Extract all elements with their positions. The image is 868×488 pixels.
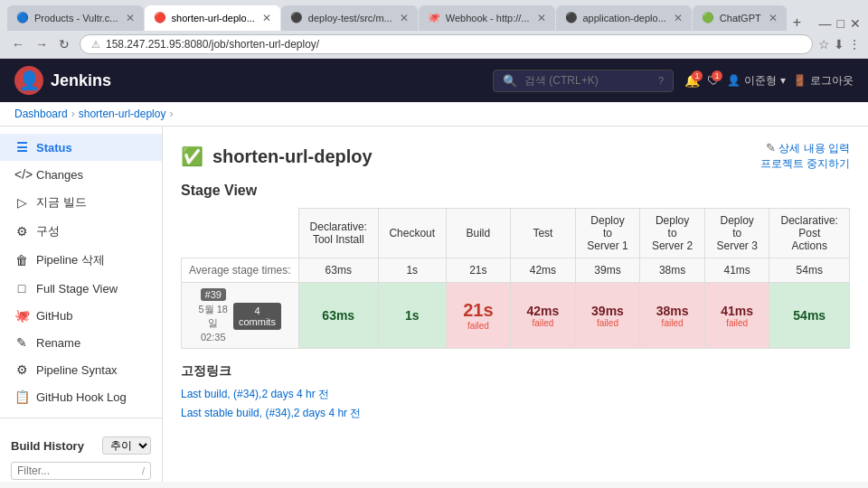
stage-cell-0-0[interactable]: 63ms xyxy=(298,283,378,349)
configure-icon: ⚙ xyxy=(14,224,29,239)
permalink-link-1[interactable]: Last stable build, (#34),2 days 4 hr 전 xyxy=(181,407,361,419)
tab-close-4[interactable]: ✕ xyxy=(537,12,546,24)
sidebar-item-configure[interactable]: ⚙ 구성 xyxy=(0,217,162,246)
breadcrumb-project[interactable]: shorten-url-deploy xyxy=(79,108,166,120)
forward-button[interactable]: → xyxy=(31,35,52,53)
browser-tabs: 🔵 Products - Vultr.c... ✕ 🔴 shorten-url-… xyxy=(0,0,868,31)
sidebar-label-configure: 구성 xyxy=(36,223,60,239)
detail-link[interactable]: 상세 내용 입력 xyxy=(778,142,850,155)
stage-cell-0-3[interactable]: 42ms failed xyxy=(511,283,576,349)
stage-view: Stage View Declarative:Tool Install Chec… xyxy=(181,183,850,349)
project-title: shorten-url-deploy xyxy=(212,146,373,167)
tab-close-5[interactable]: ✕ xyxy=(674,12,683,24)
tab-title-2: shorten-url-deplo... xyxy=(172,13,255,23)
permalink-link-0[interactable]: Last build, (#34),2 days 4 hr 전 xyxy=(181,388,329,400)
menu-button[interactable]: ⋮ xyxy=(848,37,861,52)
avg-label: Average stage times: xyxy=(182,258,299,283)
address-input[interactable]: ⚠ 158.247.251.95:8080/job/shorten-url-de… xyxy=(80,34,813,54)
back-button[interactable]: ← xyxy=(7,35,29,53)
download-button[interactable]: ⬇ xyxy=(834,37,844,52)
tab-4[interactable]: 🐙 Webhook - http://... ✕ xyxy=(419,5,555,31)
failed-label-0-3: failed xyxy=(518,318,568,328)
build-meta-0: #39 5월 18일 02:35 4commits xyxy=(182,283,299,349)
th-col-0: Declarative:Tool Install xyxy=(298,209,378,258)
tab-5[interactable]: ⚫ application-deplo... ✕ xyxy=(556,5,692,31)
tab-1[interactable]: 🔵 Products - Vultr.c... ✕ xyxy=(7,5,144,31)
reload-button[interactable]: ↻ xyxy=(54,35,74,53)
stage-cell-0-6[interactable]: 41ms failed xyxy=(704,283,769,349)
logout-button[interactable]: 🚪 로그아웃 xyxy=(793,73,854,89)
stage-cell-0-5[interactable]: 38ms failed xyxy=(640,283,705,349)
sidebar-item-delete[interactable]: 🗑 Pipeline 삭제 xyxy=(0,246,162,275)
commits-badge-0[interactable]: 4commits xyxy=(233,303,281,330)
sidebar-label-full-stage: Full Stage View xyxy=(36,282,118,296)
sidebar-item-pipeline-syntax[interactable]: ⚙ Pipeline Syntax xyxy=(0,356,162,383)
notification-bell[interactable]: 🔔 1 xyxy=(684,73,700,88)
sidebar-item-github[interactable]: 🐙 GitHub xyxy=(0,302,162,329)
build-history-select[interactable]: 추이 xyxy=(102,436,151,455)
sidebar-item-rename[interactable]: ✎ Rename xyxy=(0,329,162,356)
tab-favicon-1: 🔵 xyxy=(16,12,29,24)
breadcrumb-dashboard[interactable]: Dashboard xyxy=(14,108,68,120)
project-actions: ✎ 상세 내용 입력 프로젝트 중지하기 xyxy=(760,141,850,172)
stage-cell-0-7[interactable]: 54ms xyxy=(769,283,850,349)
search-box[interactable]: 🔍 ? xyxy=(493,70,674,92)
build-history-title: Build History xyxy=(11,439,84,453)
tab-3[interactable]: ⚫ deploy-test/src/m... ✕ xyxy=(281,5,418,31)
tab-title-3: deploy-test/src/m... xyxy=(308,13,392,23)
sidebar-item-status[interactable]: ☰ Status xyxy=(0,134,162,161)
bookmark-button[interactable]: ☆ xyxy=(818,37,830,52)
sidebar-item-full-stage[interactable]: □ Full Stage View xyxy=(0,275,162,302)
stage-cell-0-4[interactable]: 39ms failed xyxy=(575,283,640,349)
tab-2[interactable]: 🔴 shorten-url-deplo... ✕ xyxy=(145,5,280,31)
tab-favicon-2: 🔴 xyxy=(154,12,166,24)
tab-title-1: Products - Vultr.c... xyxy=(34,13,118,23)
project-header: ✅ shorten-url-deploy ✎ 상세 내용 입력 프로젝트 중지하… xyxy=(181,141,850,172)
maximize-button[interactable]: □ xyxy=(837,16,844,31)
user-menu[interactable]: 👤 이준형 ▾ xyxy=(727,73,786,89)
full-stage-icon: □ xyxy=(14,281,29,296)
security-icon-wrapper[interactable]: 🛡 1 xyxy=(707,73,720,88)
failed-label-0-4: failed xyxy=(583,318,633,328)
close-window-button[interactable]: ✕ xyxy=(850,16,861,31)
sidebar-item-build-now[interactable]: ▷ 지금 빌드 xyxy=(0,188,162,217)
tab-favicon-3: ⚫ xyxy=(290,12,303,24)
logout-icon: 🚪 xyxy=(793,74,807,87)
stage-cell-0-2[interactable]: 21s failed xyxy=(446,283,511,349)
new-tab-button[interactable]: + xyxy=(788,14,807,31)
sidebar-label-status: Status xyxy=(36,141,72,155)
tab-title-5: application-deplo... xyxy=(583,13,666,23)
filter-box[interactable]: / xyxy=(11,462,151,480)
permalink-item-1: Last stable build, (#34),2 days 4 hr 전 xyxy=(181,404,850,423)
stop-link[interactable]: 프로젝트 중지하기 xyxy=(760,157,850,170)
failed-label-0-2: failed xyxy=(454,321,504,331)
sidebar-item-github-hook[interactable]: 📋 GitHub Hook Log xyxy=(0,383,162,410)
build-number-0[interactable]: #39 xyxy=(201,288,226,301)
jenkins-title: Jenkins xyxy=(51,71,111,90)
security-badge: 1 xyxy=(712,70,722,81)
tab-close-3[interactable]: ✕ xyxy=(400,12,409,24)
filter-input[interactable] xyxy=(17,465,142,477)
th-empty xyxy=(182,209,299,258)
jenkins-avatar: 👤 xyxy=(14,66,43,95)
sidebar-label-pipeline-syntax: Pipeline Syntax xyxy=(36,363,118,377)
lock-icon: ⚠ xyxy=(91,39,100,51)
build-time-0: 02:35 xyxy=(199,332,228,343)
rename-icon: ✎ xyxy=(14,335,29,350)
search-shortcut: ? xyxy=(658,75,664,86)
delete-icon: 🗑 xyxy=(14,253,29,267)
tab-close-2[interactable]: ✕ xyxy=(262,12,271,24)
pipeline-syntax-icon: ⚙ xyxy=(14,362,29,377)
search-input[interactable] xyxy=(524,74,651,87)
sidebar-label-rename: Rename xyxy=(36,336,80,350)
stage-cell-0-1[interactable]: 1s xyxy=(379,283,447,349)
tab-close-1[interactable]: ✕ xyxy=(126,12,135,24)
th-col-3: Test xyxy=(511,209,576,258)
avg-time-3: 42ms xyxy=(511,258,576,283)
minimize-button[interactable]: — xyxy=(819,16,832,31)
tab-title-6: ChatGPT xyxy=(720,13,761,23)
tab-close-6[interactable]: ✕ xyxy=(769,12,778,24)
tab-6[interactable]: 🟢 ChatGPT ✕ xyxy=(693,5,787,31)
sidebar-item-changes[interactable]: </> Changes xyxy=(0,161,162,188)
th-col-5: DeploytoServer 2 xyxy=(640,209,705,258)
